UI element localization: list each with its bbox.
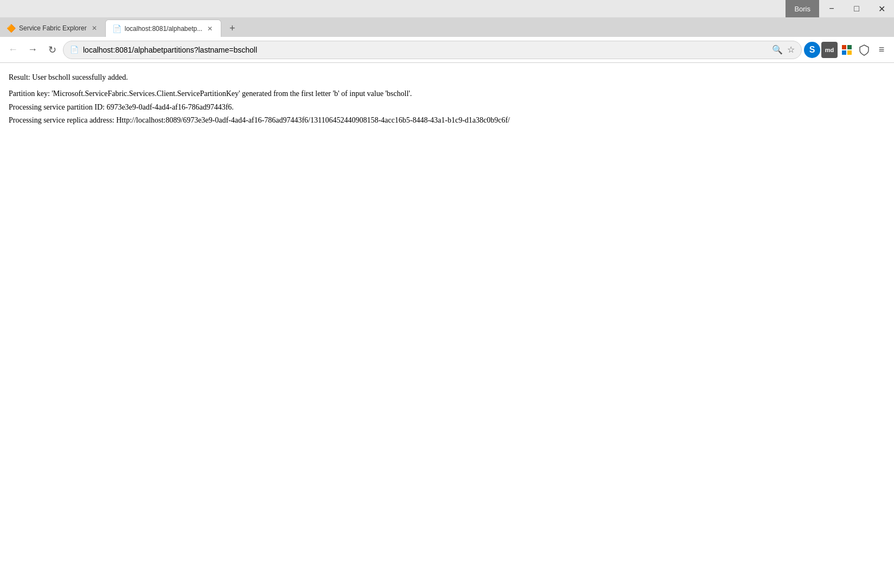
close-button[interactable]: ✕ — [869, 0, 894, 17]
menu-icon[interactable]: ≡ — [873, 42, 890, 58]
address-input[interactable] — [83, 46, 768, 54]
tab2-icon: 📄 — [112, 24, 122, 33]
new-tab-icon: + — [229, 23, 235, 34]
shield-icon[interactable] — [856, 42, 872, 58]
partition-id-line: Processing service partition ID: 6973e3e… — [9, 101, 885, 113]
page-icon: 📄 — [70, 46, 79, 54]
svg-rect-0 — [842, 45, 846, 49]
tab1-label: Service Fabric Explorer — [19, 24, 87, 32]
back-button[interactable]: ← — [4, 41, 22, 59]
skype-icon[interactable]: S — [804, 42, 820, 58]
title-bar: Boris − □ ✕ — [0, 0, 894, 17]
tab1-close-icon[interactable]: ✕ — [90, 24, 99, 33]
tab1-icon: 🔶 — [7, 24, 16, 33]
svg-rect-1 — [847, 45, 852, 49]
minimize-button[interactable]: − — [819, 0, 844, 17]
address-search-icon[interactable]: 🔍 — [772, 44, 783, 55]
partition-key-line: Partition key: 'Microsoft.ServiceFabric.… — [9, 88, 885, 100]
tab2-close-icon[interactable]: ✕ — [206, 24, 214, 33]
svg-rect-2 — [842, 50, 846, 55]
svg-rect-3 — [847, 50, 852, 55]
maximize-button[interactable]: □ — [844, 0, 869, 17]
address-input-wrap[interactable]: 📄 🔍 ☆ — [63, 41, 802, 59]
info-block: Partition key: 'Microsoft.ServiceFabric.… — [9, 88, 885, 126]
result-line: Result: User bscholl sucessfully added. — [9, 72, 885, 84]
tab-bar: 🔶 Service Fabric Explorer ✕ 📄 localhost:… — [0, 17, 894, 37]
tab-localhost[interactable]: 📄 localhost:8081/alphabetp... ✕ — [105, 20, 221, 37]
forward-button[interactable]: → — [24, 41, 41, 59]
tab-service-fabric-explorer[interactable]: 🔶 Service Fabric Explorer ✕ — [0, 20, 105, 37]
page-content: Result: User bscholl sucessfully added. … — [0, 63, 894, 588]
md-icon[interactable]: md — [821, 42, 838, 58]
address-star-icon[interactable]: ☆ — [787, 44, 795, 55]
address-bar: ← → ↻ 📄 🔍 ☆ S md ≡ — [0, 37, 894, 63]
tab-spacer — [243, 20, 894, 37]
user-label: Boris — [786, 0, 819, 17]
toolbar-icons: S md ≡ — [804, 42, 890, 58]
replica-address-line: Processing service replica address: Http… — [9, 114, 885, 126]
new-tab-button[interactable]: + — [221, 20, 243, 37]
window-controls: − □ ✕ — [819, 0, 894, 17]
office-icon[interactable] — [839, 42, 855, 58]
reload-button[interactable]: ↻ — [43, 41, 61, 59]
tab2-label: localhost:8081/alphabetp... — [125, 25, 202, 33]
